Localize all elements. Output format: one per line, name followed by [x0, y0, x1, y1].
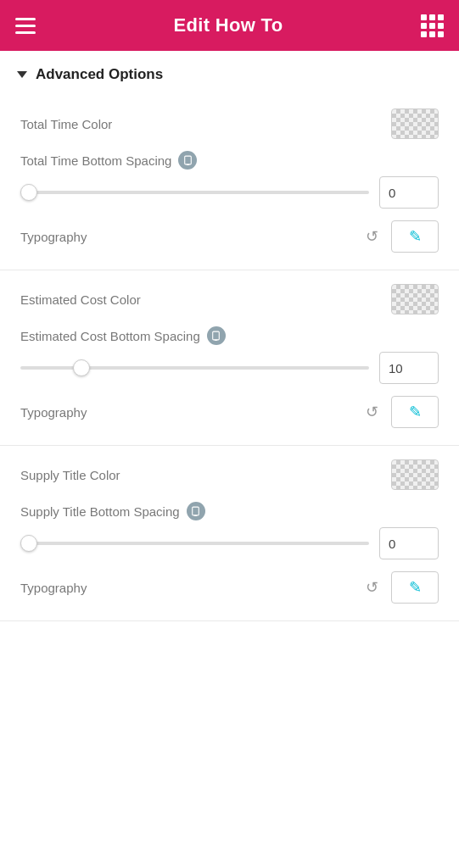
supply-title-typography-label: Typography [20, 581, 87, 595]
estimated-cost-device-icon[interactable] [207, 326, 226, 345]
supply-title-spacing-label: Supply Title Bottom Spacing [20, 504, 180, 519]
svg-rect-0 [185, 156, 192, 164]
estimated-cost-typography-label: Typography [20, 405, 87, 420]
estimated-cost-spacing-label: Estimated Cost Bottom Spacing [20, 329, 200, 343]
supply-title-pencil-icon: ✎ [409, 578, 422, 597]
estimated-cost-slider-row [20, 352, 439, 384]
advanced-options-label: Advanced Options [36, 66, 163, 83]
total-time-device-icon[interactable] [178, 151, 197, 170]
total-time-color-swatch[interactable] [391, 108, 439, 139]
supply-title-color-label: Supply Title Color [20, 468, 120, 482]
estimated-cost-typography-edit-button[interactable]: ✎ [391, 396, 439, 428]
hamburger-menu-icon[interactable] [15, 18, 36, 34]
total-time-typography-row: Typography ↺ ✎ [20, 220, 439, 253]
total-time-color-label: Total Time Color [20, 117, 112, 131]
app-header: Edit How To [0, 0, 459, 51]
apps-grid-icon[interactable] [421, 14, 444, 37]
total-time-typography-controls: ↺ ✎ [362, 220, 439, 253]
page-title: Edit How To [174, 14, 283, 36]
supply-title-spacing-row: Supply Title Bottom Spacing [20, 502, 439, 520]
supply-title-number-input[interactable] [379, 527, 439, 559]
supply-title-slider-row [20, 527, 439, 559]
estimated-cost-reset-icon[interactable]: ↺ [362, 403, 381, 421]
supply-title-device-icon[interactable] [187, 502, 205, 520]
total-time-reset-icon[interactable]: ↺ [362, 227, 381, 246]
supply-title-color-swatch[interactable] [391, 459, 439, 490]
estimated-cost-spacing-row: Estimated Cost Bottom Spacing [20, 326, 439, 345]
chevron-down-icon[interactable] [17, 71, 27, 78]
supply-title-reset-icon[interactable]: ↺ [362, 578, 381, 597]
estimated-cost-section: Estimated Cost Color Estimated Cost Bott… [0, 270, 459, 446]
svg-rect-4 [193, 507, 199, 515]
total-time-number-input[interactable] [379, 176, 439, 209]
estimated-cost-number-input[interactable] [379, 352, 439, 384]
total-time-spacing-label: Total Time Bottom Spacing [20, 153, 171, 168]
svg-rect-2 [213, 331, 220, 340]
total-time-pencil-icon: ✎ [409, 227, 422, 246]
total-time-typography-edit-button[interactable]: ✎ [391, 220, 439, 253]
estimated-cost-typography-controls: ↺ ✎ [362, 396, 439, 428]
advanced-options-toggle[interactable]: Advanced Options [0, 51, 459, 95]
estimated-cost-slider-thumb[interactable] [73, 359, 90, 376]
total-time-section: Total Time Color Total Time Bottom Spaci… [0, 95, 459, 270]
estimated-cost-slider[interactable] [20, 359, 369, 376]
total-time-spacing-row: Total Time Bottom Spacing [20, 151, 439, 170]
supply-title-slider[interactable] [20, 535, 369, 552]
total-time-slider[interactable] [20, 184, 369, 201]
total-time-slider-thumb[interactable] [20, 184, 37, 201]
estimated-cost-color-row: Estimated Cost Color [20, 284, 439, 314]
estimated-cost-pencil-icon: ✎ [409, 403, 422, 421]
supply-title-typography-edit-button[interactable]: ✎ [391, 571, 439, 604]
estimated-cost-color-label: Estimated Cost Color [20, 292, 141, 307]
supply-title-color-row: Supply Title Color [20, 459, 439, 490]
estimated-cost-typography-row: Typography ↺ ✎ [20, 396, 439, 428]
total-time-color-row: Total Time Color [20, 108, 439, 139]
total-time-typography-label: Typography [20, 230, 87, 244]
estimated-cost-color-swatch[interactable] [391, 284, 439, 314]
supply-title-section: Supply Title Color Supply Title Bottom S… [0, 446, 459, 621]
supply-title-typography-controls: ↺ ✎ [362, 571, 439, 604]
supply-title-slider-thumb[interactable] [20, 535, 37, 552]
total-time-slider-row [20, 176, 439, 209]
supply-title-typography-row: Typography ↺ ✎ [20, 571, 439, 604]
